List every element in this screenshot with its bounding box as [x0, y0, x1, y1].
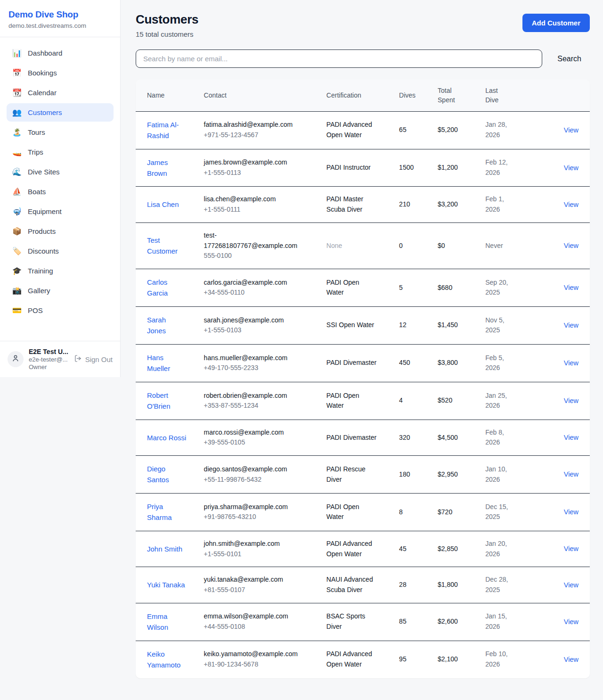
customer-certification: PADI Advanced Open Water — [326, 120, 378, 140]
customer-email: james.brown@example.com — [204, 157, 301, 168]
customer-total-spent-cell: $1,800 — [438, 567, 485, 603]
sidebar-item-training[interactable]: 🎓Training — [7, 262, 114, 280]
customer-name-link[interactable]: Diego Santos — [147, 463, 187, 486]
sidebar-item-products[interactable]: 📦Products — [7, 222, 114, 240]
people-icon: 👥 — [12, 108, 22, 117]
customer-name-link[interactable]: Emma Wilson — [147, 611, 187, 633]
customer-certification: PADI Divemaster — [326, 433, 376, 443]
customer-name-link[interactable]: Priya Sharma — [147, 501, 187, 523]
customer-name-link[interactable]: Robert O'Brien — [147, 390, 187, 412]
view-customer-link[interactable]: View — [564, 164, 579, 172]
customer-action-cell: View — [535, 567, 590, 603]
customer-name-link[interactable]: Marco Rossi — [147, 432, 186, 443]
sidebar-item-calendar[interactable]: 📆Calendar — [7, 83, 114, 102]
table-row: John Smithjohn.smith@example.com+1-555-0… — [136, 531, 590, 567]
sidebar-item-label: Boats — [28, 188, 46, 196]
view-customer-link[interactable]: View — [564, 126, 579, 134]
sidebar-item-gallery[interactable]: 📸Gallery — [7, 281, 114, 300]
table-row: Lisa Chenlisa.chen@example.com+1-555-011… — [136, 187, 590, 222]
table-row: Emma Wilsonemma.wilson@example.com+44-55… — [136, 603, 590, 641]
table-row: Fatima Al-Rashidfatima.alrashid@example.… — [136, 111, 590, 149]
customer-total-spent-cell: $680 — [438, 269, 485, 306]
customer-contact-cell: diego.santos@example.com+55-11-99876-543… — [204, 456, 326, 494]
table-row: Yuki Tanakayuki.tanaka@example.com+81-55… — [136, 567, 590, 603]
sidebar-item-trips[interactable]: 🚤Trips — [7, 143, 114, 161]
customer-name-cell: Robert O'Brien — [136, 382, 204, 420]
view-customer-link[interactable]: View — [564, 545, 579, 552]
customer-email: test-1772681807767@example.com — [204, 231, 301, 251]
customer-name-link[interactable]: Test Customer — [147, 235, 187, 257]
customer-name-link[interactable]: Yuki Tanaka — [147, 579, 185, 590]
view-customer-link[interactable]: View — [564, 359, 579, 367]
customer-last-dive: Feb 8, 2026 — [485, 428, 518, 448]
sidebar-item-discounts[interactable]: 🏷️Discounts — [7, 242, 114, 260]
view-customer-link[interactable]: View — [564, 618, 579, 626]
customer-phone: +55-11-99876-5432 — [204, 475, 315, 485]
customer-name-link[interactable]: Carlos Garcia — [147, 277, 187, 299]
customer-name-cell: Carlos Garcia — [136, 269, 204, 306]
sidebar-item-dashboard[interactable]: 📊Dashboard — [7, 44, 114, 62]
package-icon: 📦 — [12, 227, 22, 236]
page-header: Customers 15 total customers Add Custome… — [136, 12, 590, 38]
customer-contact-cell: sarah.jones@example.com+1-555-0103 — [204, 306, 326, 344]
table-row: James Brownjames.brown@example.com+1-555… — [136, 149, 590, 187]
customer-name-link[interactable]: James Brown — [147, 157, 187, 179]
view-customer-link[interactable]: View — [564, 321, 579, 329]
customer-phone: +81-90-1234-5678 — [204, 659, 315, 670]
customer-table-body: Fatima Al-Rashidfatima.alrashid@example.… — [136, 111, 590, 678]
customer-certification: None — [326, 241, 342, 251]
view-customer-link[interactable]: View — [564, 508, 579, 516]
customer-name-link[interactable]: John Smith — [147, 544, 182, 554]
sidebar-item-dive-sites[interactable]: 🌊Dive Sites — [7, 163, 114, 181]
search-input[interactable] — [136, 49, 542, 68]
customer-phone: +1-555-0113 — [204, 168, 315, 178]
customers-table: Name Contact Certification Dives Total S… — [136, 80, 590, 678]
sidebar-item-label: POS — [28, 306, 43, 314]
view-customer-link[interactable]: View — [564, 656, 579, 663]
customer-name-link[interactable]: Hans Mueller — [147, 352, 187, 374]
customer-last-dive: Feb 1, 2026 — [485, 194, 518, 214]
customer-phone: +39-555-0105 — [204, 437, 315, 448]
view-customer-link[interactable]: View — [564, 242, 579, 249]
sidebar-item-label: Gallery — [28, 287, 50, 295]
sidebar-item-customers[interactable]: 👥Customers — [7, 103, 114, 122]
search-button[interactable]: Search — [556, 51, 582, 67]
customer-name-link[interactable]: Fatima Al-Rashid — [147, 119, 187, 141]
customer-last-dive: Feb 12, 2026 — [485, 157, 518, 178]
customer-total-spent-cell: $520 — [438, 382, 485, 420]
user-name: E2E Test U... — [29, 348, 69, 355]
customer-dives-cell: 8 — [399, 493, 438, 531]
view-customer-link[interactable]: View — [564, 581, 579, 589]
customer-name-link[interactable]: Lisa Chen — [147, 199, 179, 210]
view-customer-link[interactable]: View — [564, 397, 579, 404]
customer-last-dive-cell: Dec 15, 2025 — [485, 493, 535, 531]
view-customer-link[interactable]: View — [564, 284, 579, 291]
customer-name-link[interactable]: Keiko Yamamoto — [147, 649, 187, 671]
add-customer-button[interactable]: Add Customer — [522, 14, 590, 32]
customer-total-spent-cell: $3,200 — [438, 187, 485, 222]
sidebar-item-equipment[interactable]: 🤿Equipment — [7, 202, 114, 221]
customer-name-cell: Yuki Tanaka — [136, 567, 204, 603]
customer-total-spent-cell: $4,500 — [438, 420, 485, 455]
sidebar-item-pos[interactable]: 💳POS — [7, 301, 114, 320]
customer-dives-cell: 320 — [399, 420, 438, 455]
sidebar-item-tours[interactable]: 🏝️Tours — [7, 123, 114, 141]
customer-last-dive: Jan 25, 2026 — [485, 391, 518, 411]
customer-phone: +81-555-0107 — [204, 585, 315, 595]
customer-contact-cell: test-1772681807767@example.com555-0100 — [204, 222, 326, 269]
view-customer-link[interactable]: View — [564, 470, 579, 478]
customer-total-spent-cell: $2,950 — [438, 456, 485, 494]
sign-out-button[interactable]: Sign Out — [74, 354, 113, 364]
sign-out-label: Sign Out — [85, 355, 113, 363]
customer-last-dive-cell: Dec 28, 2025 — [485, 567, 535, 603]
sidebar-item-bookings[interactable]: 📅Bookings — [7, 64, 114, 82]
customer-total-spent-cell: $0 — [438, 222, 485, 269]
customer-total-spent-cell: $5,200 — [438, 111, 485, 149]
customer-name-link[interactable]: Sarah Jones — [147, 314, 187, 337]
customer-email: john.smith@example.com — [204, 539, 301, 549]
customer-name-cell: Diego Santos — [136, 456, 204, 494]
view-customer-link[interactable]: View — [564, 201, 579, 208]
page-title: Customers — [136, 12, 198, 27]
view-customer-link[interactable]: View — [564, 434, 579, 441]
sidebar-item-boats[interactable]: ⛵Boats — [7, 182, 114, 201]
